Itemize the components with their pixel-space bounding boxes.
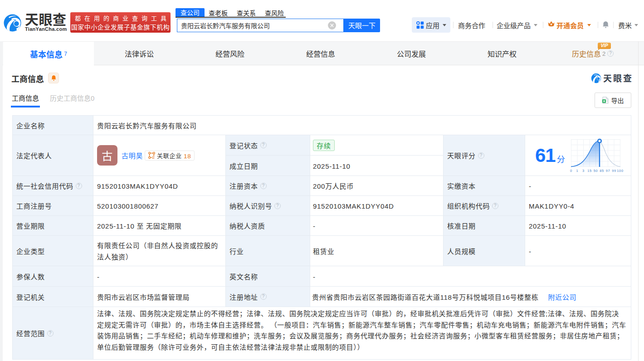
svg-text:97: 97 bbox=[606, 169, 610, 173]
svg-text:企: 企 bbox=[152, 155, 155, 159]
svg-text:50: 50 bbox=[594, 169, 598, 173]
svg-text:15: 15 bbox=[588, 169, 592, 173]
svg-text:1: 1 bbox=[576, 169, 579, 173]
svg-text:3: 3 bbox=[582, 169, 585, 173]
svg-text:85: 85 bbox=[600, 169, 605, 173]
svg-text:99: 99 bbox=[612, 169, 617, 173]
svg-text:0: 0 bbox=[570, 169, 572, 173]
svg-text:100: 100 bbox=[617, 169, 624, 173]
